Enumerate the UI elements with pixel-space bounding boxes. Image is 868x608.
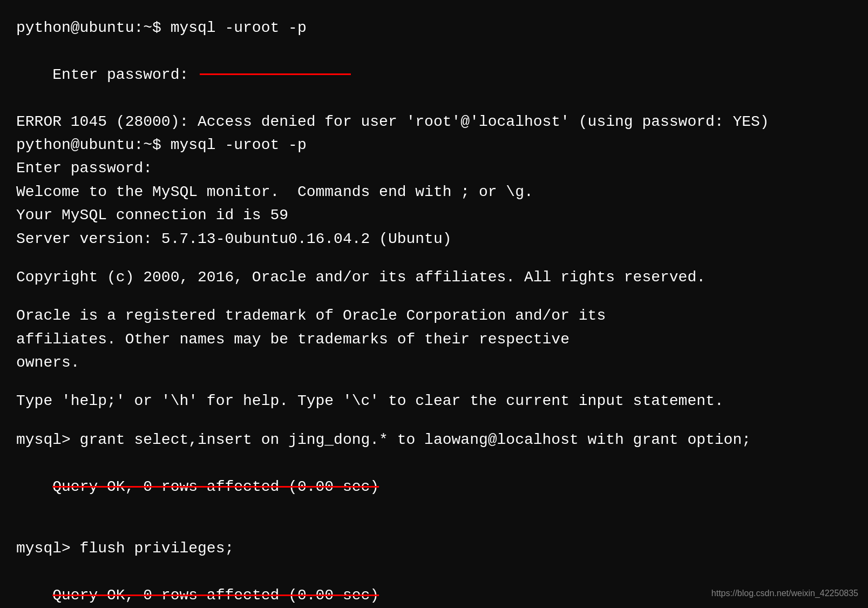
oracle-line-3: owners. — [16, 351, 852, 374]
enter-password-line: Enter password: — [16, 39, 852, 110]
query-ok-strikethrough-2: Query OK, 0 rows affected (0.00 sec) — [52, 587, 379, 604]
oracle-line-1: Oracle is a registered trademark of Orac… — [16, 304, 852, 327]
enter-password-text: Enter password: — [52, 66, 198, 83]
gap-3 — [16, 374, 852, 389]
error-line: ERROR 1045 (28000): Access denied for us… — [16, 110, 852, 133]
gap-2 — [16, 289, 852, 304]
gap-1 — [16, 251, 852, 266]
grant-command-line: mysql> grant select,insert on jing_dong.… — [16, 428, 852, 451]
gap-4 — [16, 413, 852, 428]
enter-password-line-2: Enter password: — [16, 157, 852, 180]
watermark: https://blog.csdn.net/weixin_42250835 — [711, 589, 858, 598]
welcome-line: Welcome to the MySQL monitor. Commands e… — [16, 180, 852, 204]
query-ok-line-1: Query OK, 0 rows affected (0.00 sec) — [16, 451, 852, 522]
query-ok-line-2: Query OK, 0 rows affected (0.00 sec) — [16, 560, 852, 608]
copyright-line: Copyright (c) 2000, 2016, Oracle and/or … — [16, 266, 852, 289]
flush-command-line: mysql> flush privileges; — [16, 537, 852, 560]
password-redline — [200, 73, 351, 75]
gap-5 — [16, 522, 852, 537]
command-line-1: python@ubuntu:~$ mysql -uroot -p — [16, 16, 852, 39]
connection-id-line: Your MySQL connection id is 59 — [16, 204, 852, 227]
query-ok-strikethrough-1: Query OK, 0 rows affected (0.00 sec) — [52, 478, 379, 495]
command-line-2: python@ubuntu:~$ mysql -uroot -p — [16, 133, 852, 157]
terminal-window: python@ubuntu:~$ mysql -uroot -p Enter p… — [0, 0, 868, 608]
server-version-line: Server version: 5.7.13-0ubuntu0.16.04.2 … — [16, 227, 852, 251]
oracle-line-2: affiliates. Other names may be trademark… — [16, 328, 852, 351]
help-line: Type 'help;' or '\h' for help. Type '\c'… — [16, 389, 852, 413]
